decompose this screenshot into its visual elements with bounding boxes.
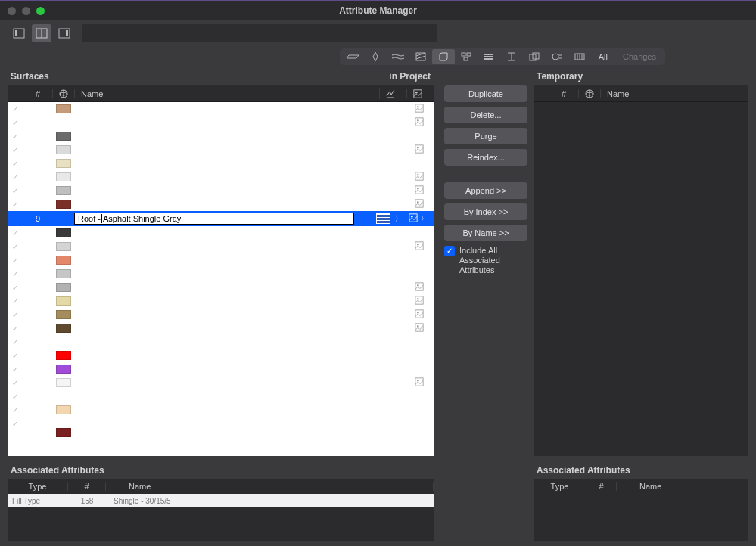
chevron-right-icon[interactable]: 〉 [418,214,431,224]
tab-composites-icon[interactable] [478,49,500,64]
color-swatch [56,310,71,319]
temporary-label: Temporary [537,71,583,82]
texture-icon [415,309,424,320]
svg-rect-13 [484,56,493,57]
tab-lines-icon[interactable] [387,49,409,64]
temp-col-name[interactable]: Name [600,89,748,98]
color-swatch [56,351,71,360]
surfaces-panel-header: Surfaces in Project [8,67,434,85]
row-check-icon: ✓ [8,311,23,319]
color-swatch [56,132,71,141]
surfaces-list[interactable]: ✓✓✓✓✓✓✓✓9Roof - Asphalt Shingle Gray〉〉✓✓… [8,102,434,456]
temp-assoc-col-name[interactable]: Name [617,482,748,491]
color-swatch [56,256,71,265]
texture-icon [415,144,424,155]
row-check-icon: ✓ [8,105,23,113]
row-check-icon: ✓ [8,392,23,401]
tab-all[interactable]: All [591,52,615,61]
surface-row[interactable]: ✓ [8,157,434,170]
surfaces-label: Surfaces [11,71,49,82]
svg-line-8 [416,56,425,59]
tab-layers-icon[interactable] [341,49,364,64]
action-column: Duplicate Delete... Purge Reindex... App… [434,67,534,541]
reindex-button[interactable]: Reindex... [444,149,527,166]
view-mode-3-button[interactable] [54,24,74,42]
temp-col-number[interactable]: # [549,89,579,98]
row-check-icon: ✓ [8,365,23,374]
surface-row[interactable]: ✓ [8,129,434,143]
tab-fills-icon[interactable] [409,49,432,64]
texture-icon [415,117,424,128]
surface-row[interactable]: ✓ [8,253,434,267]
surface-row[interactable]: ✓ [8,308,434,321]
surface-row[interactable]: ✓ [8,184,434,197]
surface-row[interactable]: ✓ [8,143,434,157]
col-preview-icon[interactable] [53,88,74,99]
search-input[interactable] [82,24,437,42]
vectorial-hatch-icon[interactable] [376,213,390,224]
surface-row[interactable]: ✓ [8,376,434,389]
tab-building-materials-icon[interactable] [455,49,478,64]
row-check-icon: ✓ [8,270,23,278]
col-texture-icon[interactable] [406,89,428,98]
col-name[interactable]: Name [74,89,379,98]
name-edit-input[interactable]: Roof - Asphalt Shingle Gray [74,213,354,225]
surface-row[interactable]: ✓ [8,226,434,240]
texture-icon[interactable] [409,213,418,224]
tab-operation-profiles-icon[interactable] [568,49,591,64]
surface-row[interactable]: ✓ [8,170,434,184]
surface-row-selected[interactable]: 9Roof - Asphalt Shingle Gray〉〉 [8,211,434,226]
include-all-checkbox[interactable]: ✓ [444,246,455,256]
surface-row[interactable]: ✓ [8,267,434,281]
surface-row[interactable] [8,430,434,435]
associated-row[interactable]: Fill Type 158 Shingle - 30/15/5 [8,494,434,507]
assoc-col-name[interactable]: Name [106,482,434,491]
tab-pens-icon[interactable] [364,49,387,64]
tab-zone-categories-icon[interactable] [523,49,546,64]
temporary-list[interactable] [534,102,748,456]
surface-row[interactable]: ✓ [8,281,434,294]
color-swatch [56,283,71,292]
by-index-button[interactable]: By Index >> [444,203,527,220]
color-swatch [56,405,71,414]
by-name-button[interactable]: By Name >> [444,225,527,241]
surface-row[interactable]: ✓ [8,116,434,129]
color-swatch [56,296,71,306]
surface-row[interactable]: ✓ [8,102,434,116]
surface-row[interactable]: ✓ [8,294,434,308]
col-scribble-icon[interactable] [379,88,400,99]
duplicate-button[interactable]: Duplicate [444,85,527,102]
tab-profiles-icon[interactable] [500,49,523,64]
associated-body[interactable]: Fill Type 158 Shingle - 30/15/5 [8,494,434,541]
chevron-right-icon[interactable]: 〉 [392,214,405,224]
delete-button[interactable]: Delete... [444,107,527,123]
svg-rect-14 [484,58,493,60]
tab-mep-icon[interactable] [546,49,568,64]
append-button[interactable]: Append >> [444,182,527,199]
view-mode-1-button[interactable] [9,24,29,42]
temp-associated-header: Type # Name [534,479,748,494]
temp-assoc-col-num[interactable]: # [586,482,617,491]
temp-associated-body[interactable] [534,494,748,541]
assoc-col-type[interactable]: Type [8,482,68,491]
surface-row[interactable]: ✓ [8,349,434,362]
associated-header: Type # Name [8,479,434,494]
surface-row[interactable]: ✓ [8,321,434,335]
surface-row[interactable]: ✓ [8,240,434,253]
svg-rect-1 [15,30,17,36]
purge-button[interactable]: Purge [444,128,527,144]
temporary-list-header: # Name [534,85,748,102]
window-title: Attribute Manager [0,5,756,16]
temp-assoc-col-type[interactable]: Type [534,482,586,491]
surface-row[interactable]: ✓ [8,403,434,417]
assoc-col-num[interactable]: # [68,482,106,491]
surface-row[interactable]: ✓ [8,362,434,376]
temp-col-preview-icon[interactable] [579,88,600,99]
surface-row[interactable]: ✓ [8,389,434,403]
tab-surfaces-icon[interactable] [432,49,455,64]
col-number[interactable]: # [23,89,53,98]
surface-row[interactable]: ✓ [8,335,434,349]
view-mode-2-button[interactable] [32,24,51,42]
surface-row[interactable]: ✓ [8,197,434,211]
tab-changes[interactable]: Changes [615,52,664,61]
